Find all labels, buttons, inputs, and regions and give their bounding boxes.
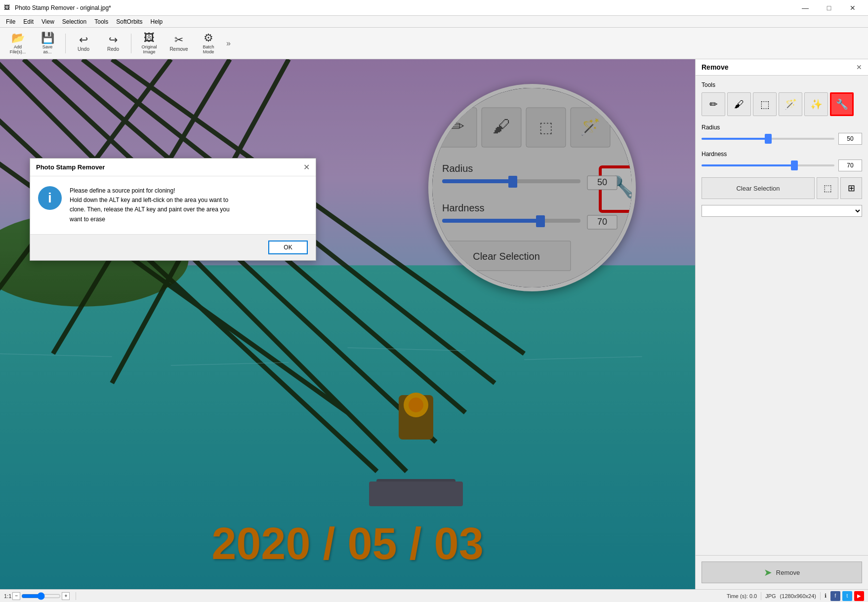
radius-value[interactable]: 50 bbox=[838, 133, 862, 145]
maximize-button[interactable]: □ bbox=[818, 0, 840, 16]
menu-bar: File Edit View Selection Tools SoftOrbit… bbox=[0, 16, 868, 28]
close-button[interactable]: ✕ bbox=[841, 0, 864, 16]
magic-wand-button[interactable]: 🪄 bbox=[779, 92, 802, 116]
main-area: 2020 / 05 / 03 ✏ 🖌 ⬚ 🪄 🔧 bbox=[0, 59, 868, 589]
undo-icon: ↩ bbox=[79, 35, 88, 45]
menu-selection[interactable]: Selection bbox=[58, 16, 90, 27]
hardness-slider-track[interactable] bbox=[702, 164, 834, 166]
hardness-slider-thumb[interactable] bbox=[791, 161, 798, 170]
zoom-out-button[interactable]: − bbox=[12, 592, 20, 600]
minimize-button[interactable]: — bbox=[794, 0, 817, 16]
remove-toolbar-button[interactable]: ✂ Remove bbox=[165, 30, 193, 57]
stamp-tool-button[interactable]: 🔧 bbox=[830, 92, 854, 116]
menu-softorbits[interactable]: SoftOrbits bbox=[112, 16, 146, 27]
toolbar-separator-2 bbox=[131, 34, 131, 53]
save-as-button[interactable]: 💾 Save as... bbox=[34, 30, 61, 57]
add-file-icon: 📂 bbox=[11, 33, 25, 43]
star-wand-button[interactable]: ✨ bbox=[804, 92, 828, 116]
redo-button[interactable]: ↪ Redo bbox=[99, 30, 127, 57]
redo-icon: ↪ bbox=[109, 35, 118, 45]
dialog-message-line1: Please define a source point for cloning… bbox=[70, 187, 175, 194]
tools-label: Tools bbox=[702, 81, 862, 88]
facebook-icon[interactable]: f bbox=[830, 591, 840, 601]
menu-tools[interactable]: Tools bbox=[90, 16, 112, 27]
dialog-ok-button[interactable]: OK bbox=[268, 241, 308, 254]
tools-row: ✏ 🖌 ⬚ 🪄 ✨ 🔧 bbox=[702, 92, 862, 116]
menu-edit[interactable]: Edit bbox=[19, 16, 38, 27]
menu-view[interactable]: View bbox=[38, 16, 58, 27]
hardness-slider-fill bbox=[702, 164, 794, 166]
dialog-message: Please define a source point for cloning… bbox=[70, 186, 230, 224]
dialog-box: Photo Stamp Remover ✕ i Please define a … bbox=[30, 158, 316, 261]
remove-toolbar-label: Remove bbox=[169, 46, 188, 52]
batch-mode-button[interactable]: ⚙ Batch Mode bbox=[195, 30, 222, 57]
zoom-in-button[interactable]: + bbox=[62, 592, 70, 600]
remove-arrow-icon: ➤ bbox=[764, 566, 772, 578]
add-file-label: Add File(s)... bbox=[10, 44, 26, 54]
dialog-titlebar: Photo Stamp Remover ✕ bbox=[30, 159, 316, 176]
hardness-row: 70 bbox=[702, 160, 862, 171]
batch-mode-label: Batch Mode bbox=[203, 44, 214, 54]
time-label: Time (s): 0.0 bbox=[727, 593, 757, 599]
menu-file[interactable]: File bbox=[2, 16, 19, 27]
clear-selection-button[interactable]: Clear Selection bbox=[702, 177, 815, 199]
hardness-section: Hardness 70 bbox=[702, 151, 862, 171]
menu-help[interactable]: Help bbox=[147, 16, 167, 27]
original-image-button[interactable]: 🖼 Original Image bbox=[135, 30, 163, 57]
zoom-controls: 1:1 − + bbox=[4, 592, 70, 600]
hardness-value[interactable]: 70 bbox=[838, 160, 862, 171]
panel-title: Remove bbox=[702, 63, 728, 71]
app-title: Photo Stamp Remover - original.jpg* bbox=[15, 4, 794, 11]
zoom-slider[interactable] bbox=[21, 592, 61, 600]
remove-toolbar-icon: ✂ bbox=[174, 35, 183, 45]
radius-label: Radius bbox=[702, 124, 862, 131]
original-image-icon: 🖼 bbox=[144, 33, 155, 43]
canvas-area[interactable]: 2020 / 05 / 03 ✏ 🖌 ⬚ 🪄 🔧 bbox=[0, 59, 695, 589]
status-separator-3 bbox=[820, 592, 821, 600]
status-right: Time (s): 0.0 JPG (1280x960x24) ℹ f t ▶ bbox=[727, 591, 864, 601]
status-separator-1 bbox=[76, 592, 76, 600]
title-bar: 🖼 Photo Stamp Remover - original.jpg* — … bbox=[0, 0, 868, 16]
rect-select-button[interactable]: ⬚ bbox=[753, 92, 777, 116]
dialog-message-line2: Hold down the ALT key and left-click on … bbox=[70, 197, 228, 203]
app-icon: 🖼 bbox=[4, 4, 12, 12]
select-icon-button-2[interactable]: ⊞ bbox=[840, 177, 862, 199]
remove-section: ➤ Remove bbox=[696, 555, 868, 589]
dialog-message-line3: clone. Then, release the ALT key and pai… bbox=[70, 206, 230, 213]
dimensions-label: (1280x960x24) bbox=[780, 593, 816, 599]
hardness-label: Hardness bbox=[702, 151, 862, 158]
panel-close-button[interactable]: ✕ bbox=[856, 63, 862, 71]
select-icon-button-1[interactable]: ⬚ bbox=[817, 177, 838, 199]
info-icon[interactable]: ℹ bbox=[825, 593, 827, 599]
toolbar-more-button[interactable]: » bbox=[224, 37, 233, 50]
status-bar: 1:1 − + Time (s): 0.0 JPG (1280x960x24) … bbox=[0, 589, 868, 602]
social-icons: f t ▶ bbox=[830, 591, 864, 601]
radius-slider-track[interactable] bbox=[702, 138, 834, 140]
right-panel: Remove ✕ Tools ✏ 🖌 ⬚ 🪄 ✨ 🔧 Radius bbox=[695, 59, 868, 589]
mode-dropdown[interactable] bbox=[702, 205, 862, 217]
toolbar-separator-1 bbox=[65, 34, 66, 53]
radius-slider-thumb[interactable] bbox=[765, 134, 772, 144]
youtube-icon[interactable]: ▶ bbox=[854, 591, 864, 601]
batch-mode-icon: ⚙ bbox=[204, 33, 213, 43]
dialog-overlay: Photo Stamp Remover ✕ i Please define a … bbox=[0, 59, 695, 589]
add-file-button[interactable]: 📂 Add File(s)... bbox=[4, 30, 32, 57]
radius-row: 50 bbox=[702, 133, 862, 145]
undo-button[interactable]: ↩ Undo bbox=[70, 30, 97, 57]
format-label: JPG bbox=[765, 593, 776, 599]
action-row: Clear Selection ⬚ ⊞ bbox=[702, 177, 862, 199]
original-image-label: Original Image bbox=[141, 44, 157, 54]
twitter-icon[interactable]: t bbox=[842, 591, 852, 601]
window-controls: — □ ✕ bbox=[794, 0, 864, 16]
dialog-title: Photo Stamp Remover bbox=[36, 163, 105, 171]
dialog-close-button[interactable]: ✕ bbox=[303, 162, 310, 172]
save-as-label: Save as... bbox=[42, 44, 53, 54]
remove-button[interactable]: ➤ Remove bbox=[702, 562, 862, 583]
toolbar: 📂 Add File(s)... 💾 Save as... ↩ Undo ↪ R… bbox=[0, 28, 868, 59]
pencil-tool-button[interactable]: ✏ bbox=[702, 92, 725, 116]
dialog-footer: OK bbox=[30, 234, 316, 260]
dialog-message-line4: want to erase bbox=[70, 216, 105, 223]
zoom-level: 1:1 bbox=[4, 593, 11, 599]
undo-label: Undo bbox=[78, 46, 89, 52]
brush-tool-button[interactable]: 🖌 bbox=[727, 92, 751, 116]
